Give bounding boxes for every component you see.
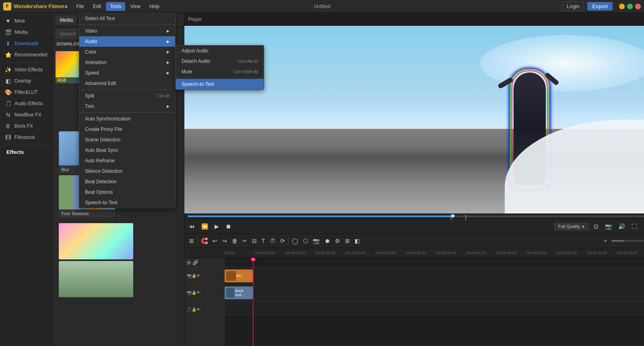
fit-screen-button[interactable]: ⊡ xyxy=(592,222,600,230)
app-name: Wondershare Filmora xyxy=(14,3,67,9)
login-button[interactable]: Login xyxy=(562,2,584,11)
create-proxy-label: Create Proxy File xyxy=(85,126,122,132)
auto-reframe-item[interactable]: Auto Reframe xyxy=(79,155,175,166)
zoom-in-button[interactable]: ＋ xyxy=(601,236,610,245)
menu-file[interactable]: File xyxy=(72,2,88,11)
timeline-toolbar: ⊞ 🧲 ↩ ↪ 🗑 ✂ ⊟ T ⏱ ⟳ ◯ ⬡ 📷 ⏺ ⚙ ⊞ ◧ xyxy=(184,234,644,248)
sidebar-boris-label: Boris FX xyxy=(14,123,33,129)
sidebar-recommended-label: Recommended xyxy=(14,52,47,58)
app-logo: F Wondershare Filmora xyxy=(3,2,67,10)
progress-bar[interactable]: { } xyxy=(188,215,644,217)
beat-sync-item[interactable]: Auto Beat Sync xyxy=(79,145,175,155)
sidebar-item-downloads[interactable]: ⬇ Downloads xyxy=(0,38,52,49)
sidebar-item-media[interactable]: 🎬 Media xyxy=(0,27,52,38)
sidebar-item-effects[interactable]: Effects xyxy=(0,147,52,157)
stop-button[interactable]: ⏹ xyxy=(224,222,233,230)
play-button[interactable]: ▶ xyxy=(213,222,221,230)
beat-detect-label: Beat Detection xyxy=(85,179,117,184)
split-label: Split xyxy=(85,93,94,99)
color-menu-item[interactable]: Color xyxy=(79,47,175,57)
skip-back-button[interactable]: ⏮ xyxy=(188,222,196,230)
magnet-button[interactable]: 🧲 xyxy=(199,237,209,245)
menu-view[interactable]: View xyxy=(126,2,144,11)
split-item[interactable]: Split Ctrl+B xyxy=(79,91,175,101)
crop-button[interactable]: ⊟ xyxy=(250,237,258,245)
sidebar-item-recommended[interactable]: ⭐ Recommended xyxy=(0,49,52,60)
redo-button[interactable]: ↪ xyxy=(221,237,229,245)
select-all-text-item[interactable]: Select All Text xyxy=(79,13,175,24)
track-1-icons: 📷🔒👁 xyxy=(187,273,200,278)
sidebar-item-video-effects[interactable]: ✨ Video Effects xyxy=(0,64,52,75)
tick-0: 00:00 xyxy=(225,251,255,255)
split-audio-button[interactable]: ⊞ xyxy=(343,237,351,245)
timeline-layout-button[interactable]: ⊞ xyxy=(188,237,196,245)
trim-item[interactable]: Trim xyxy=(79,101,175,112)
snap-button[interactable]: ⬡ xyxy=(301,237,310,245)
text-button[interactable]: T xyxy=(260,237,267,245)
fullscreen-button[interactable]: ⛶ xyxy=(630,222,639,230)
volume-button[interactable]: 🔊 xyxy=(617,222,627,230)
undo-button[interactable]: ↩ xyxy=(211,237,219,245)
media-thumb-nature[interactable] xyxy=(59,261,133,297)
track-label-audio: 🎵🔒👁 xyxy=(184,301,224,318)
speech-to-text-item[interactable]: Speech-to-Text xyxy=(79,197,175,208)
record-button[interactable]: ⏺ xyxy=(323,237,332,245)
no-selection-button[interactable]: ◯ xyxy=(290,237,300,245)
menu-tools[interactable]: Tools xyxy=(106,2,125,11)
camera-button[interactable]: 📷 xyxy=(311,237,321,245)
tick-11: 00:00:55:00 xyxy=(557,251,587,255)
snapshot-button[interactable]: 📷 xyxy=(603,222,613,230)
tab-media[interactable]: Media xyxy=(56,16,77,25)
auto-sync-item[interactable]: Auto Synchronization xyxy=(79,114,175,124)
player-time: 00:00:05:01 xyxy=(642,224,644,229)
silence-detect-item[interactable]: Silence Detection xyxy=(79,166,175,176)
beat-sync-label: Auto Beat Sync xyxy=(85,147,118,153)
menu-edit[interactable]: Edit xyxy=(89,2,105,11)
sidebar-item-boris[interactable]: B Boris FX xyxy=(0,120,52,132)
clip-video-1[interactable]: RC... xyxy=(225,269,253,282)
sidebar-item-mine[interactable]: ▼ Mine xyxy=(0,15,52,27)
clip-video-2[interactable]: black aud... xyxy=(225,286,253,299)
settings-button[interactable]: ⚙ xyxy=(333,237,342,245)
video-menu-item[interactable]: Video xyxy=(79,26,175,36)
sidebar-item-newblue[interactable]: N NewBlue FX xyxy=(0,109,52,120)
create-proxy-item[interactable]: Create Proxy File xyxy=(79,124,175,135)
link-button[interactable]: 🔗 xyxy=(192,260,198,265)
media-icon: 🎬 xyxy=(5,29,11,35)
zoom-slider[interactable] xyxy=(611,240,644,242)
maximize-button[interactable] xyxy=(627,4,633,9)
player-video xyxy=(184,26,644,213)
quality-button[interactable]: Full Quality ▼ xyxy=(554,223,588,230)
toolbar-divider-2 xyxy=(288,237,289,245)
beat-detect-item[interactable]: Beat Detection xyxy=(79,176,175,187)
motion-button[interactable]: ⟳ xyxy=(279,237,287,245)
cut-button[interactable]: ✂ xyxy=(241,237,249,245)
tick-1: 00:00:05:00 xyxy=(255,251,285,255)
sidebar-item-overlay[interactable]: ◧ Overlay xyxy=(0,75,52,87)
video-menu-label: Video xyxy=(85,28,97,34)
sidebar-item-filter-lut[interactable]: 🎨 Filter&LUT xyxy=(0,87,52,98)
sidebar-item-audio-effects[interactable]: 🎵 Audio Effects xyxy=(0,98,52,109)
tick-5: 00:00:25:00 xyxy=(376,251,406,255)
close-gap-button[interactable]: ◧ xyxy=(353,237,361,245)
media-thumb-colorful[interactable] xyxy=(59,223,133,259)
animation-menu-item[interactable]: Animation xyxy=(79,57,175,68)
export-button[interactable]: Export xyxy=(587,2,613,10)
sidebar-item-filmstock[interactable]: 🎞 Filmstock xyxy=(0,132,52,143)
menu-help[interactable]: Help xyxy=(145,2,163,11)
minimize-button[interactable] xyxy=(619,4,625,9)
timer-button[interactable]: ⏱ xyxy=(268,237,277,245)
playhead[interactable]: ✂ xyxy=(253,258,254,346)
advanced-edit-item[interactable]: Advanced Edit xyxy=(79,78,175,89)
beat-options-item[interactable]: Beat Options xyxy=(79,187,175,197)
add-track-button[interactable]: ⊞ xyxy=(187,260,191,265)
step-back-button[interactable]: ⏪ xyxy=(200,222,210,230)
audio-menu-item[interactable]: Audio xyxy=(79,36,175,47)
close-button[interactable] xyxy=(635,4,641,9)
delete-button[interactable]: 🗑 xyxy=(230,237,239,245)
out-point[interactable]: } xyxy=(465,214,467,220)
in-point[interactable]: { xyxy=(450,214,452,220)
speed-menu-item[interactable]: Speed xyxy=(79,68,175,78)
beat-options-label: Beat Options xyxy=(85,189,113,195)
scene-detect-item[interactable]: Scene Detection xyxy=(79,135,175,145)
